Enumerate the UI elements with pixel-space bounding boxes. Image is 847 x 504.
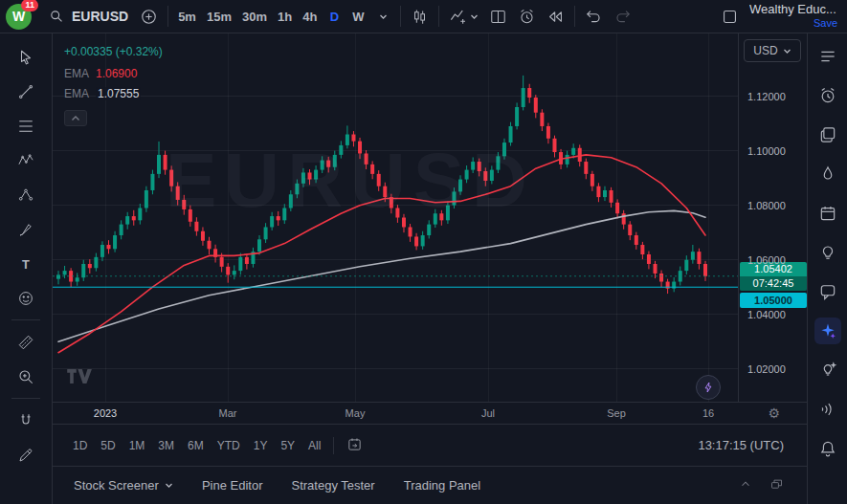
tradingview-logo-icon xyxy=(66,368,95,384)
price-tick-label: 1.04000 xyxy=(747,309,786,320)
text-tool-icon: T xyxy=(17,255,34,273)
tab-trading-panel[interactable]: Trading Panel xyxy=(404,478,480,493)
watchlist-icon xyxy=(818,47,837,66)
price-tick-label: 1.06000 xyxy=(747,254,786,266)
watchlist-button[interactable] xyxy=(814,43,841,70)
lightning-button[interactable] xyxy=(696,375,721,400)
chat-button[interactable] xyxy=(814,278,841,305)
notes-icon xyxy=(818,125,837,144)
magnet-tool-button[interactable] xyxy=(10,405,42,436)
ideas-button[interactable] xyxy=(814,239,841,266)
xabcd-pattern-tool-button[interactable] xyxy=(10,144,42,176)
save-link[interactable]: Save xyxy=(814,17,837,30)
divider xyxy=(333,437,334,454)
timeframe-menu-button[interactable] xyxy=(370,3,395,30)
tab-pine-editor[interactable]: Pine Editor xyxy=(202,478,263,493)
range-1d-button[interactable]: 1D xyxy=(66,435,94,456)
price-tick-label: 1.08000 xyxy=(747,200,786,211)
emoji-tool-button[interactable] xyxy=(10,282,42,314)
rewind-icon xyxy=(546,8,565,26)
compare-add-symbol-button[interactable] xyxy=(135,3,163,30)
alarm-clock-icon xyxy=(818,86,837,105)
text-tool-button[interactable]: T xyxy=(10,248,42,279)
trend-line-tool-button[interactable] xyxy=(10,76,42,107)
bar-replay-button[interactable] xyxy=(542,3,569,30)
toolbar-divider xyxy=(11,319,40,320)
cursor-tool-button[interactable] xyxy=(10,41,42,73)
layout-grid-button[interactable] xyxy=(484,3,512,30)
price-tick-label: 1.12000 xyxy=(747,91,786,102)
hotlists-button[interactable] xyxy=(814,161,841,187)
time-axis-label: Jul xyxy=(481,407,495,419)
undo-arrow-icon xyxy=(585,8,603,26)
ema-fast-label: EMA xyxy=(64,67,89,80)
range-1y-button[interactable]: 1Y xyxy=(247,435,275,456)
alerts-button[interactable] xyxy=(814,82,841,109)
utc-clock[interactable]: 13:17:15 (UTC) xyxy=(698,438,793,452)
range-all-button[interactable]: All xyxy=(301,435,327,456)
bell-icon xyxy=(818,439,837,458)
ai-assistant-button[interactable] xyxy=(814,318,841,344)
range-ytd-button[interactable]: YTD xyxy=(211,435,247,456)
ruler-icon xyxy=(17,334,34,351)
zoom-tool-button[interactable] xyxy=(10,361,42,392)
settings-gear-icon[interactable]: ⚙ xyxy=(762,405,786,422)
time-axis-label: May xyxy=(345,407,366,419)
timeframe-1h-button[interactable]: 1h xyxy=(273,3,297,30)
toolbar-divider xyxy=(400,6,401,27)
notes-button[interactable] xyxy=(814,121,841,148)
notifications-button[interactable] xyxy=(814,435,841,462)
flame-icon xyxy=(818,164,837,184)
date-range-bar: 1D 5D 1M 3M 6M YTD 1Y 5Y All 13:17:15 (U… xyxy=(53,424,807,466)
draw-tool-button[interactable] xyxy=(10,439,42,471)
tab-strategy-tester[interactable]: Strategy Tester xyxy=(291,478,374,493)
tab-stock-screener[interactable]: Stock Screener xyxy=(74,478,173,493)
timeframe-4h-button[interactable]: 4h xyxy=(298,3,322,30)
svg-text:T: T xyxy=(22,256,30,271)
timeframe-5m-button[interactable]: 5m xyxy=(173,3,201,30)
timeframe-weekly-button[interactable]: W xyxy=(346,3,369,30)
timeframe-15m-button[interactable]: 15m xyxy=(202,3,236,30)
time-axis[interactable]: 2023MarMayJulSep16 ⚙ xyxy=(53,402,807,424)
calendar-button[interactable] xyxy=(814,200,841,227)
brush-icon xyxy=(17,221,34,238)
range-1m-button[interactable]: 1M xyxy=(123,435,152,456)
streams-button[interactable] xyxy=(814,396,841,423)
user-menu-button[interactable]: W 11 xyxy=(6,2,34,31)
tab-label: Trading Panel xyxy=(404,478,480,493)
symbol-search-button[interactable]: EURUSD xyxy=(43,3,134,30)
brush-tool-button[interactable] xyxy=(10,213,42,245)
price-scale[interactable]: USD 1.05402 07:42:45 1.05000 1.120001.10… xyxy=(738,33,807,402)
undo-button[interactable] xyxy=(580,3,608,30)
range-5y-button[interactable]: 5Y xyxy=(274,435,301,456)
chart-legend: +0.00335 (+0.32%) EMA1.06900 EMA1.07555 xyxy=(64,45,163,126)
fib-retracement-tool-button[interactable] xyxy=(10,110,42,142)
bar-countdown: 07:42:45 xyxy=(740,276,807,291)
go-to-date-button[interactable] xyxy=(340,432,369,459)
expand-panel-button[interactable] xyxy=(737,475,754,495)
ema-fast-value: 1.06900 xyxy=(96,67,137,80)
currency-dropdown[interactable]: USD xyxy=(744,39,801,62)
timeframe-30m-button[interactable]: 30m xyxy=(237,3,272,30)
redo-arrow-icon xyxy=(613,8,632,26)
fullscreen-button[interactable] xyxy=(716,3,744,30)
create-alert-button[interactable] xyxy=(513,3,541,30)
restore-panel-button[interactable] xyxy=(768,475,786,496)
legend-collapse-button[interactable] xyxy=(64,110,87,126)
measure-tool-button[interactable] xyxy=(10,326,42,358)
range-3m-button[interactable]: 3M xyxy=(151,435,181,456)
redo-button[interactable] xyxy=(609,3,636,30)
time-axis-label: 16 xyxy=(702,407,714,419)
timeframe-daily-button[interactable]: D xyxy=(323,3,345,30)
range-5d-button[interactable]: 5D xyxy=(94,435,122,456)
chart-style-button[interactable] xyxy=(406,3,434,30)
calendar-icon xyxy=(818,204,837,223)
time-axis-label: Sep xyxy=(607,407,626,419)
prediction-tool-button[interactable] xyxy=(10,179,42,210)
panel-controls xyxy=(737,475,786,496)
hints-button[interactable] xyxy=(814,357,841,383)
indicators-button[interactable] xyxy=(444,3,483,30)
range-6m-button[interactable]: 6M xyxy=(181,435,211,456)
tab-label: Stock Screener xyxy=(74,478,159,493)
tradingview-logo[interactable] xyxy=(66,368,95,387)
